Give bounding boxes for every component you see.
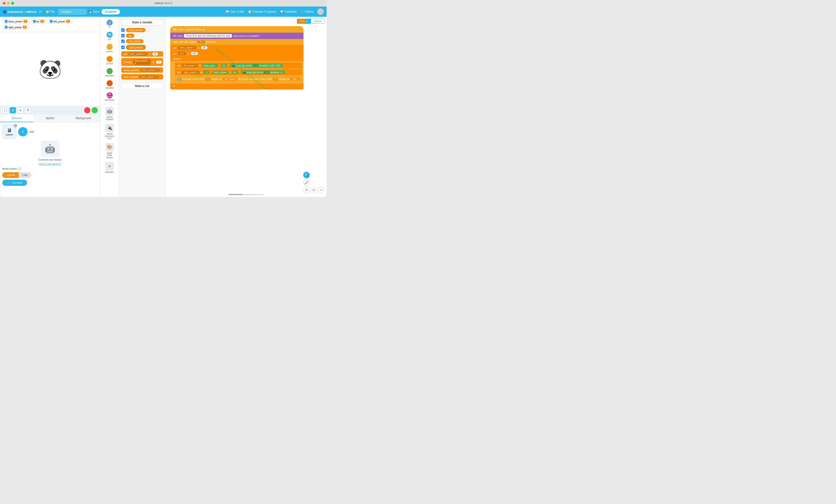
hat-block[interactable]: when CyberPi starts up xyxy=(170,26,303,33)
check-left-power[interactable] xyxy=(121,40,125,43)
setting-link[interactable]: ⚙️ Setting xyxy=(301,10,314,13)
example-programs-link[interactable]: 📋 Example Programs xyxy=(248,10,276,13)
make-variable-button[interactable]: Make a Variable xyxy=(121,19,163,26)
right-power-pct[interactable]: right_ xyxy=(290,78,300,81)
feedback-link[interactable]: 💬 Feedback xyxy=(280,10,297,13)
user-avatar[interactable] xyxy=(317,8,324,15)
grid-4-btn[interactable]: ⠿ xyxy=(25,107,31,113)
cat-ai[interactable]: 🤖 AI xyxy=(100,18,119,30)
code-toggle-icon[interactable]: </> xyxy=(298,19,306,23)
set-right-power-block[interactable]: set right_power ▾ to -1 * base_power + k… xyxy=(175,69,302,75)
cyberpi-device[interactable]: ✕ 🖥 CyberPi xyxy=(2,125,16,139)
add-device-button[interactable]: + xyxy=(18,127,27,136)
kp-field2[interactable]: kp xyxy=(232,71,238,74)
close-button[interactable] xyxy=(3,2,5,5)
device-connect-area: 🤖 Connect your device How to use device? xyxy=(2,140,98,165)
base-power-dropdown[interactable]: base_power ▾ xyxy=(178,46,196,49)
minus-one-field[interactable]: -1 xyxy=(204,71,209,74)
var-checkbox-right-power[interactable] xyxy=(5,26,7,28)
zoom-out-btn[interactable]: 🔎 xyxy=(303,179,310,186)
cat-mbot2-chassis[interactable]: 🤖 mBot2Chassis xyxy=(100,105,119,122)
encoder-motor-block[interactable]: 🤖 encoder motor EM1 ↻ rotates at left_po… xyxy=(175,76,302,82)
cat-mbot2-extension[interactable]: 🔌 mBot2ExtensionPort xyxy=(100,122,119,141)
kp-value[interactable]: 0.5 xyxy=(191,52,198,55)
zoom-in-btn[interactable]: 🔍 xyxy=(303,172,310,178)
tab-sprites[interactable]: Sprites xyxy=(33,115,67,122)
list-btn[interactable]: ≡ xyxy=(17,107,23,113)
sensor-block-2[interactable]: 📷 quad rgb sensor 1 ▾ deviation (-1 xyxy=(241,71,285,74)
python-view-btn[interactable]: Python xyxy=(311,19,325,24)
print-text-field[interactable]: Press B to start line following and A to… xyxy=(184,34,232,38)
operators-icon xyxy=(107,68,113,74)
block-change-base-power[interactable]: change base_power ▾ by 1 xyxy=(121,58,163,66)
cat-my-blocks[interactable]: MyBlocks My Blocks xyxy=(100,91,119,102)
var-row-kp: kp xyxy=(121,34,163,38)
make-list-button[interactable]: Make a List xyxy=(121,83,163,89)
set-kp-block[interactable]: set kp ▾ to 0.5 xyxy=(170,51,303,56)
play-button[interactable] xyxy=(92,107,98,113)
var-checkbox-left-power[interactable] xyxy=(50,20,53,23)
var-checkbox-base-power[interactable] xyxy=(5,20,7,23)
cat-variables[interactable]: Variables xyxy=(100,79,119,91)
user-guide-link[interactable]: 📖 User Guide xyxy=(226,10,244,13)
mbot2-chassis-icon: 🤖 xyxy=(106,107,114,115)
minimize-button[interactable] xyxy=(7,2,10,5)
live-mode-btn[interactable]: Live xyxy=(19,172,31,178)
equals-btn[interactable]: = xyxy=(318,187,324,193)
record-button[interactable] xyxy=(84,107,90,113)
check-base-power[interactable] xyxy=(121,28,125,32)
cat-iot[interactable]: 📡 IoT xyxy=(100,30,119,42)
base-power-value[interactable]: 30 xyxy=(201,46,207,49)
tab-devices[interactable]: Devices xyxy=(0,115,33,122)
save-button[interactable]: 💾 Save xyxy=(89,10,99,13)
remove-device[interactable]: ✕ xyxy=(14,124,17,127)
mode-switch-help[interactable]: ? xyxy=(18,167,21,170)
block-right-power[interactable]: right_power xyxy=(126,45,146,50)
maximize-button[interactable] xyxy=(11,2,14,5)
base-power-field2[interactable]: base_power xyxy=(212,71,228,74)
check-right-power[interactable] xyxy=(121,46,125,49)
reset-btn[interactable]: ↺ xyxy=(303,187,310,193)
left-power-pct[interactable]: left_power xyxy=(223,78,237,81)
tab-background[interactable]: Background xyxy=(67,115,100,122)
horizontal-scrollbar[interactable] xyxy=(229,194,264,195)
right-power-dropdown[interactable]: right_power ▾ xyxy=(182,71,200,74)
sensor-block-1[interactable]: 📷 quad rgb sensor 1 ▾ deviation (-100~10… xyxy=(230,64,283,67)
check-kp[interactable] xyxy=(121,34,125,37)
set-base-power-block[interactable]: set base_power ▾ to 30 xyxy=(170,45,303,51)
print-block[interactable]: print Press B to start line following an… xyxy=(170,33,303,39)
cat-control[interactable]: Control xyxy=(100,55,119,66)
block-kp[interactable]: kp xyxy=(126,34,134,38)
block-left-power[interactable]: left_power xyxy=(126,39,144,43)
scrollbar-thumb[interactable] xyxy=(229,194,243,195)
block-show-variable[interactable]: show variable base_power ▾ xyxy=(121,67,163,73)
set-left-power-block[interactable]: set left_power ▾ to base_pow... - kp * 📷… xyxy=(175,62,302,69)
block-list-panel: Make a Variable base_power kp left_power… xyxy=(119,17,166,197)
publish-button[interactable]: Publish xyxy=(101,9,120,15)
button-b-dropdown[interactable]: B ▾ xyxy=(197,40,205,43)
project-name-input[interactable] xyxy=(58,9,86,15)
file-menu[interactable]: 📁 File xyxy=(44,9,56,14)
main-layout: base_power 0 kp 0 left_power 0 right_pow… xyxy=(0,17,326,197)
kp-value-field[interactable]: kp xyxy=(221,64,227,67)
left-power-dropdown[interactable]: left_power ▾ xyxy=(182,64,198,67)
cat-events[interactable]: Events xyxy=(100,42,119,54)
block-hide-variable[interactable]: hide variable base_power ▾ xyxy=(121,74,163,79)
var-checkbox-kp[interactable] xyxy=(33,20,36,23)
fit-screen-btn[interactable]: ⊡ xyxy=(310,187,317,193)
upload-mode-btn[interactable]: Upload xyxy=(2,172,19,178)
cat-operators[interactable]: Operators xyxy=(100,67,119,78)
connect-button[interactable]: 🔗 Connect xyxy=(2,180,27,186)
cat-extension[interactable]: + extension xyxy=(100,161,119,175)
fullscreen-btn[interactable]: ⛶ xyxy=(2,107,8,113)
base-pow-value-field[interactable]: base_pow... xyxy=(202,64,218,67)
grid-2-btn[interactable]: ⊞ xyxy=(10,107,16,113)
how-to-link[interactable]: How to use device? xyxy=(39,162,61,165)
mode-buttons: Upload Live xyxy=(2,172,98,178)
cat-quad-rgb[interactable]: 🎨 QuadRGBSensor xyxy=(100,141,119,160)
kp-dropdown[interactable]: kp ▾ xyxy=(178,52,186,55)
block-set-base-power[interactable]: set base_power ▾ to 0 xyxy=(121,51,163,57)
code-canvas[interactable]: Blocks Python </> when CyberPi starts up… xyxy=(166,17,326,197)
block-base-power[interactable]: base_power xyxy=(126,28,146,32)
wait-until-block[interactable]: wait until button B ▾ pressed? xyxy=(170,39,303,45)
